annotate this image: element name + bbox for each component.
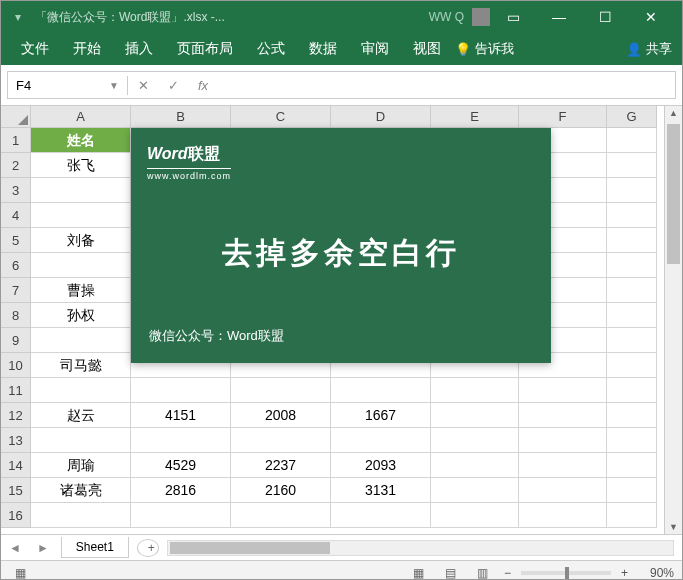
cell[interactable]: 2816 [131, 478, 231, 503]
maximize-icon[interactable]: ☐ [582, 9, 628, 25]
row-header[interactable]: 11 [1, 378, 31, 403]
zoom-level[interactable]: 90% [638, 566, 674, 580]
cell[interactable] [519, 453, 607, 478]
cell[interactable] [131, 428, 231, 453]
cell[interactable] [519, 503, 607, 528]
cell[interactable] [607, 153, 657, 178]
row-header[interactable]: 13 [1, 428, 31, 453]
cell[interactable]: 4529 [131, 453, 231, 478]
cell[interactable] [331, 428, 431, 453]
cell[interactable] [431, 503, 519, 528]
cell[interactable] [231, 503, 331, 528]
row-header[interactable]: 9 [1, 328, 31, 353]
tab-insert[interactable]: 插入 [115, 36, 163, 62]
row-header[interactable]: 1 [1, 128, 31, 153]
page-break-icon[interactable]: ▥ [472, 566, 494, 580]
zoom-slider[interactable] [521, 571, 611, 575]
row-header[interactable]: 10 [1, 353, 31, 378]
ribbon-options-icon[interactable]: ▭ [490, 9, 536, 25]
cell[interactable] [31, 328, 131, 353]
tab-data[interactable]: 数据 [299, 36, 347, 62]
cell[interactable] [607, 403, 657, 428]
cell[interactable] [431, 478, 519, 503]
scroll-thumb[interactable] [667, 124, 680, 264]
cell[interactable] [519, 478, 607, 503]
cell[interactable] [519, 378, 607, 403]
scroll-down-icon[interactable]: ▼ [665, 522, 682, 532]
cell[interactable] [431, 453, 519, 478]
cell[interactable] [31, 203, 131, 228]
cell[interactable]: 2160 [231, 478, 331, 503]
row-header[interactable]: 16 [1, 503, 31, 528]
minimize-icon[interactable]: — [536, 9, 582, 25]
cell[interactable] [231, 378, 331, 403]
accept-formula-icon[interactable]: ✓ [158, 78, 188, 93]
col-header[interactable]: D [331, 106, 431, 128]
cell[interactable]: 1667 [331, 403, 431, 428]
cell[interactable] [607, 128, 657, 153]
scroll-up-icon[interactable]: ▲ [665, 108, 682, 118]
cell[interactable] [607, 303, 657, 328]
cell[interactable] [607, 453, 657, 478]
cell[interactable] [607, 278, 657, 303]
cell[interactable] [607, 478, 657, 503]
row-header[interactable]: 12 [1, 403, 31, 428]
cell[interactable] [607, 203, 657, 228]
cell[interactable] [31, 503, 131, 528]
tab-formula[interactable]: 公式 [247, 36, 295, 62]
cell[interactable]: 2237 [231, 453, 331, 478]
tab-view[interactable]: 视图 [403, 36, 451, 62]
record-macro-icon[interactable]: ▦ [9, 566, 31, 580]
cell[interactable] [431, 378, 519, 403]
cell[interactable] [131, 378, 231, 403]
col-header[interactable]: E [431, 106, 519, 128]
col-header[interactable]: F [519, 106, 607, 128]
cell[interactable]: 周瑜 [31, 453, 131, 478]
cell[interactable] [607, 503, 657, 528]
tab-review[interactable]: 审阅 [351, 36, 399, 62]
cell[interactable] [519, 428, 607, 453]
cell[interactable] [331, 503, 431, 528]
cell[interactable] [607, 378, 657, 403]
row-header[interactable]: 4 [1, 203, 31, 228]
zoom-in-button[interactable]: + [621, 566, 628, 580]
cell[interactable]: 曹操 [31, 278, 131, 303]
avatar[interactable] [472, 8, 490, 26]
cell[interactable]: 司马懿 [31, 353, 131, 378]
chevron-down-icon[interactable]: ▼ [109, 80, 119, 91]
row-header[interactable]: 15 [1, 478, 31, 503]
select-all-corner[interactable] [1, 106, 31, 128]
cell[interactable]: 张飞 [31, 153, 131, 178]
horizontal-scrollbar[interactable] [167, 540, 674, 556]
name-box[interactable]: F4▼ [8, 76, 128, 95]
cell[interactable]: 赵云 [31, 403, 131, 428]
cancel-formula-icon[interactable]: ✕ [128, 78, 158, 93]
row-header[interactable]: 14 [1, 453, 31, 478]
cell[interactable] [607, 353, 657, 378]
row-header[interactable]: 7 [1, 278, 31, 303]
row-header[interactable]: 2 [1, 153, 31, 178]
cell[interactable] [31, 253, 131, 278]
col-header[interactable]: C [231, 106, 331, 128]
cell[interactable]: 刘备 [31, 228, 131, 253]
cell[interactable] [431, 403, 519, 428]
cell[interactable] [131, 503, 231, 528]
cell[interactable]: 4151 [131, 403, 231, 428]
zoom-out-button[interactable]: − [504, 566, 511, 580]
cell[interactable] [607, 228, 657, 253]
cell[interactable] [231, 428, 331, 453]
row-header[interactable]: 5 [1, 228, 31, 253]
tellme[interactable]: 💡告诉我 [455, 40, 514, 58]
quickaccess-dropdown[interactable]: ▾ [9, 10, 27, 24]
sheet-nav-next-icon[interactable]: ► [29, 541, 57, 555]
row-header[interactable]: 6 [1, 253, 31, 278]
cell[interactable] [519, 403, 607, 428]
page-layout-icon[interactable]: ▤ [440, 566, 462, 580]
vertical-scrollbar[interactable]: ▲ ▼ [664, 106, 682, 534]
sheet-tab[interactable]: Sheet1 [61, 537, 129, 558]
add-sheet-button[interactable]: + [137, 539, 159, 557]
hscroll-thumb[interactable] [170, 542, 330, 554]
cell[interactable] [31, 428, 131, 453]
tab-home[interactable]: 开始 [63, 36, 111, 62]
cell[interactable] [607, 328, 657, 353]
